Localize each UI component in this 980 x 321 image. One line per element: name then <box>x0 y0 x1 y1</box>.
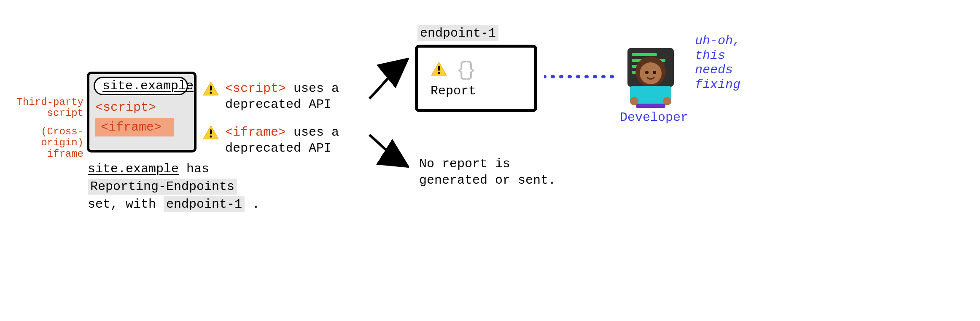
svg-rect-1 <box>210 86 212 91</box>
svg-point-8 <box>438 72 440 74</box>
message-script-text: <script> uses a deprecated API <box>225 81 377 112</box>
message-iframe: <iframe> uses a deprecated API <box>202 125 377 156</box>
caption-line-3: set, with endpoint-1 . <box>88 195 265 213</box>
message-iframe-text: <iframe> uses a deprecated API <box>225 125 377 156</box>
dotted-connector <box>544 72 616 81</box>
caption-line-2: Reporting-Endpoints <box>88 178 265 195</box>
script-row: <script> <box>89 99 194 116</box>
arrow-down-icon <box>367 131 409 173</box>
svg-point-17 <box>645 71 649 74</box>
message-script: <script> uses a deprecated API <box>202 81 377 112</box>
caption-header-name: Reporting-Endpoints <box>88 179 237 195</box>
caption-l3-prefix: set, with <box>88 197 164 211</box>
svg-point-22 <box>663 97 671 105</box>
endpoint-card-header: {} <box>431 59 522 81</box>
svg-rect-7 <box>438 66 440 71</box>
iframe-row: <iframe> <box>89 116 194 138</box>
address-bar: site.example <box>94 77 188 95</box>
arrow-up-icon <box>367 55 409 105</box>
svg-rect-20 <box>636 104 665 108</box>
window-caption: site.example has Reporting-Endpoints set… <box>88 160 265 213</box>
braces-icon: {} <box>456 59 474 81</box>
iframe-tag-box: <iframe> <box>95 118 174 136</box>
report-label: Report <box>431 84 522 98</box>
warning-icon <box>202 81 219 101</box>
caption-site: site.example <box>88 162 179 176</box>
message-script-tag: <script> <box>225 81 286 96</box>
developer-quote: uh-oh, this needs fixing <box>695 34 740 92</box>
developer-avatar <box>619 42 682 113</box>
site-url: site.example <box>102 79 194 93</box>
svg-point-16 <box>640 62 662 84</box>
endpoint-label: endpoint-1 <box>417 25 498 41</box>
svg-point-18 <box>653 71 656 74</box>
svg-rect-11 <box>632 53 657 56</box>
no-report-text: No report is generated or sent. <box>419 156 556 189</box>
svg-rect-4 <box>210 129 212 134</box>
caption-l3-suffix: . <box>245 197 260 211</box>
annotation-script: Third-party script <box>16 97 83 119</box>
caption-line-1: site.example has <box>88 160 265 178</box>
caption-l1-suffix: has <box>179 162 209 176</box>
svg-point-2 <box>210 91 212 94</box>
warning-icon <box>431 61 447 80</box>
svg-point-5 <box>210 135 212 137</box>
endpoint-card: {} Report <box>415 45 537 112</box>
developer-label: Developer <box>620 110 688 125</box>
caption-endpoint: endpoint-1 <box>164 196 245 212</box>
browser-window: site.example <script> <iframe> <box>87 72 197 152</box>
annotation-iframe: (Cross-origin) iframe <box>9 126 83 160</box>
message-iframe-tag: <iframe> <box>225 125 286 139</box>
warning-icon <box>202 125 219 145</box>
svg-point-21 <box>630 97 638 105</box>
